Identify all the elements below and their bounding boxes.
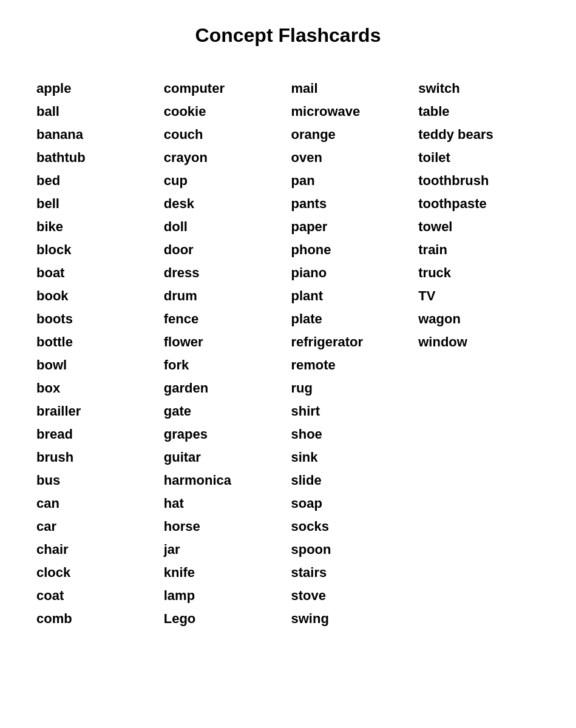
list-item: bike bbox=[36, 215, 158, 238]
list-item: teddy bears bbox=[418, 123, 540, 146]
list-item: oven bbox=[291, 146, 413, 169]
list-item: sink bbox=[291, 446, 413, 469]
list-item: knife bbox=[164, 561, 285, 584]
list-item: car bbox=[36, 515, 158, 538]
list-item: rug bbox=[291, 377, 413, 400]
list-item: toilet bbox=[418, 146, 540, 169]
list-item: pan bbox=[291, 169, 413, 192]
list-item: soap bbox=[291, 492, 413, 515]
list-item: mail bbox=[291, 77, 413, 100]
list-item bbox=[418, 607, 540, 630]
list-item: computer bbox=[164, 77, 285, 100]
list-item: boots bbox=[36, 308, 158, 331]
list-item: bottle bbox=[36, 331, 158, 354]
list-item: garden bbox=[164, 377, 285, 400]
list-item: bread bbox=[36, 423, 158, 446]
list-item: cup bbox=[164, 169, 285, 192]
list-item bbox=[418, 515, 540, 538]
list-item: spoon bbox=[291, 538, 413, 561]
list-item bbox=[418, 584, 540, 607]
list-item: bed bbox=[36, 169, 158, 192]
list-item: clock bbox=[36, 561, 158, 584]
list-item: remote bbox=[291, 354, 413, 377]
list-item: table bbox=[418, 100, 540, 123]
list-item: bathtub bbox=[36, 146, 158, 169]
page-title: Concept Flashcards bbox=[36, 24, 540, 47]
list-item: TV bbox=[418, 285, 540, 308]
list-item: phone bbox=[291, 238, 413, 261]
list-item: socks bbox=[291, 515, 413, 538]
list-item: bus bbox=[36, 469, 158, 492]
list-item bbox=[418, 538, 540, 561]
list-item: jar bbox=[164, 538, 285, 561]
list-item: fence bbox=[164, 308, 285, 331]
list-item: shoe bbox=[291, 423, 413, 446]
list-item: ball bbox=[36, 100, 158, 123]
list-item: comb bbox=[36, 607, 158, 630]
list-item: can bbox=[36, 492, 158, 515]
list-item: desk bbox=[164, 192, 285, 215]
list-item: chair bbox=[36, 538, 158, 561]
list-item: paper bbox=[291, 215, 413, 238]
list-item: refrigerator bbox=[291, 331, 413, 354]
list-item: truck bbox=[418, 261, 540, 285]
list-item: Lego bbox=[164, 607, 285, 630]
list-item: toothpaste bbox=[418, 192, 540, 215]
list-item: train bbox=[418, 238, 540, 261]
list-item bbox=[418, 354, 540, 377]
list-item bbox=[418, 492, 540, 515]
list-item: toothbrush bbox=[418, 169, 540, 192]
list-item: drum bbox=[164, 285, 285, 308]
list-item: pants bbox=[291, 192, 413, 215]
list-item: shirt bbox=[291, 400, 413, 423]
list-item: door bbox=[164, 238, 285, 261]
list-item: window bbox=[418, 331, 540, 354]
list-item: orange bbox=[291, 123, 413, 146]
list-item: guitar bbox=[164, 446, 285, 469]
list-item bbox=[418, 469, 540, 492]
list-item: switch bbox=[418, 77, 540, 100]
list-item: bowl bbox=[36, 354, 158, 377]
list-item: harmonica bbox=[164, 469, 285, 492]
list-item: brush bbox=[36, 446, 158, 469]
list-item: block bbox=[36, 238, 158, 261]
list-item: gate bbox=[164, 400, 285, 423]
list-item: couch bbox=[164, 123, 285, 146]
list-item: swing bbox=[291, 607, 413, 630]
list-item: brailler bbox=[36, 400, 158, 423]
list-item bbox=[418, 400, 540, 423]
list-item: apple bbox=[36, 77, 158, 100]
list-item: grapes bbox=[164, 423, 285, 446]
list-item: towel bbox=[418, 215, 540, 238]
list-item: plate bbox=[291, 308, 413, 331]
list-item: box bbox=[36, 377, 158, 400]
list-item bbox=[418, 377, 540, 400]
list-item: doll bbox=[164, 215, 285, 238]
list-item: stove bbox=[291, 584, 413, 607]
list-item: horse bbox=[164, 515, 285, 538]
list-item: boat bbox=[36, 261, 158, 285]
list-item: stairs bbox=[291, 561, 413, 584]
word-grid: applecomputermailswitchballcookiemicrowa… bbox=[36, 77, 540, 630]
list-item: crayon bbox=[164, 146, 285, 169]
list-item bbox=[418, 446, 540, 469]
list-item bbox=[418, 423, 540, 446]
list-item bbox=[418, 561, 540, 584]
list-item: wagon bbox=[418, 308, 540, 331]
list-item: book bbox=[36, 285, 158, 308]
list-item: piano bbox=[291, 261, 413, 285]
list-item: fork bbox=[164, 354, 285, 377]
list-item: bell bbox=[36, 192, 158, 215]
list-item: microwave bbox=[291, 100, 413, 123]
list-item: slide bbox=[291, 469, 413, 492]
list-item: cookie bbox=[164, 100, 285, 123]
list-item: banana bbox=[36, 123, 158, 146]
list-item: dress bbox=[164, 261, 285, 285]
list-item: hat bbox=[164, 492, 285, 515]
list-item: coat bbox=[36, 584, 158, 607]
list-item: flower bbox=[164, 331, 285, 354]
list-item: plant bbox=[291, 285, 413, 308]
list-item: lamp bbox=[164, 584, 285, 607]
